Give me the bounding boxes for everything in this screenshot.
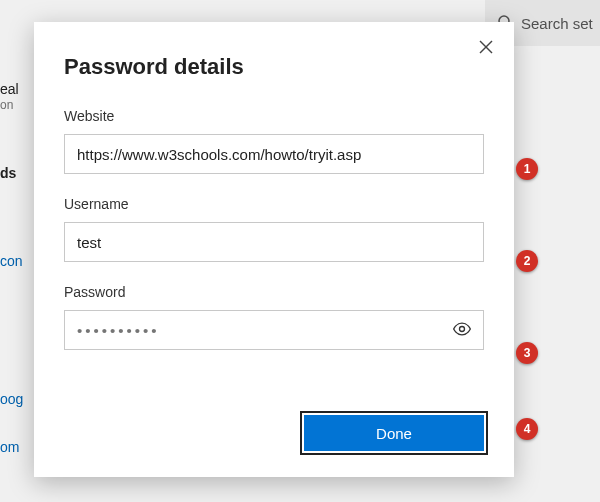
dialog-title: Password details xyxy=(64,54,484,80)
svg-point-4 xyxy=(460,326,465,331)
dialog-footer: Done xyxy=(304,415,484,451)
username-input[interactable] xyxy=(64,222,484,262)
password-input[interactable] xyxy=(64,310,484,350)
annotation-marker-1: 1 xyxy=(516,158,538,180)
username-label: Username xyxy=(64,196,484,212)
username-field: Username xyxy=(64,196,484,262)
website-label: Website xyxy=(64,108,484,124)
annotation-marker-2: 2 xyxy=(516,250,538,272)
annotation-marker-3: 3 xyxy=(516,342,538,364)
password-label: Password xyxy=(64,284,484,300)
reveal-password-button[interactable] xyxy=(446,314,478,346)
done-button[interactable]: Done xyxy=(304,415,484,451)
password-field: Password xyxy=(64,284,484,350)
password-details-dialog: Password details Website Username Passwo… xyxy=(34,22,514,477)
annotation-marker-4: 4 xyxy=(516,418,538,440)
close-button[interactable] xyxy=(476,38,496,58)
website-input[interactable] xyxy=(64,134,484,174)
website-field: Website xyxy=(64,108,484,174)
close-icon xyxy=(479,42,493,57)
eye-icon xyxy=(452,319,472,342)
